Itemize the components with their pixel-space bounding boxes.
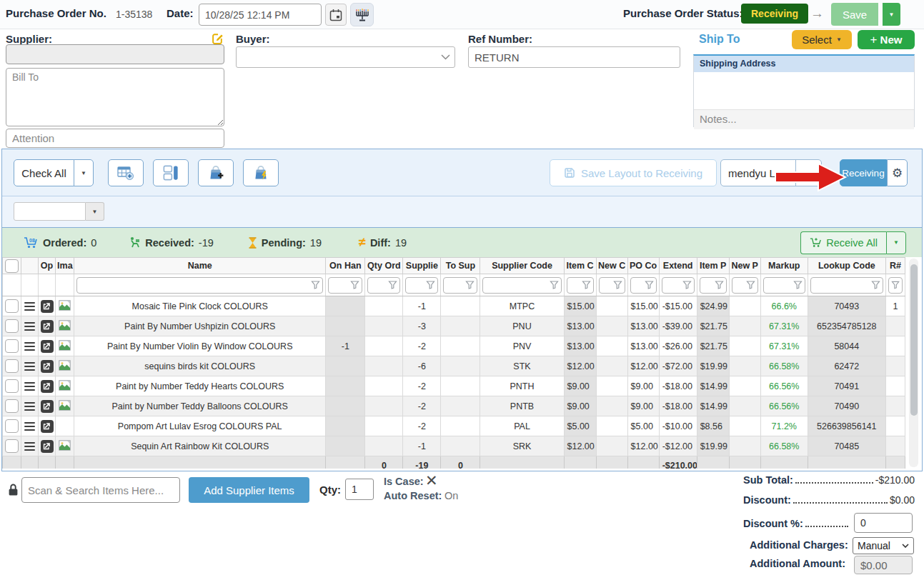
column-header[interactable]: Lookup Code <box>808 258 885 274</box>
add-bag-button[interactable] <box>198 159 234 186</box>
additional-charges-select[interactable]: Manual <box>853 537 914 554</box>
filter-input-extended[interactable] <box>662 277 695 294</box>
column-header[interactable]: Supplie <box>403 258 441 274</box>
filter-input-supplier_qty[interactable] <box>405 277 438 294</box>
filter-input-item_price[interactable] <box>700 277 727 294</box>
date-input[interactable] <box>199 4 322 26</box>
item-image-icon[interactable] <box>59 340 71 351</box>
item-image-icon[interactable] <box>59 300 71 311</box>
row-menu-icon[interactable] <box>24 362 35 371</box>
buyer-select[interactable] <box>236 46 455 68</box>
filter-input-new_price[interactable] <box>732 277 758 294</box>
layout-settings-button[interactable]: ⚙ <box>887 159 908 186</box>
column-header[interactable]: Extend <box>659 258 697 274</box>
scan-search-input[interactable] <box>21 477 180 503</box>
column-header[interactable]: Markup <box>760 258 808 274</box>
column-header[interactable] <box>21 258 39 274</box>
open-item-icon[interactable] <box>41 440 54 453</box>
filter-input-po_cost[interactable] <box>630 277 657 294</box>
save-button[interactable]: Save <box>831 3 878 26</box>
attention-input[interactable] <box>6 129 224 148</box>
check-all-caret[interactable]: ▼ <box>74 159 94 186</box>
row-checkbox[interactable] <box>5 299 19 313</box>
quick-bag-button[interactable] <box>243 159 279 186</box>
filter-input-qty_ordered[interactable] <box>367 277 400 294</box>
column-header[interactable]: Item P <box>697 258 729 274</box>
item-image-icon[interactable] <box>59 400 71 411</box>
row-checkbox[interactable] <box>5 439 19 453</box>
column-header[interactable]: Supplier Code <box>480 258 564 274</box>
row-menu-icon[interactable] <box>24 402 35 411</box>
column-header[interactable]: On Han <box>326 258 365 274</box>
filter-input-on_hand[interactable] <box>328 277 362 294</box>
row-checkbox[interactable] <box>5 359 19 373</box>
is-case-x-icon[interactable]: ✕ <box>425 473 438 488</box>
item-image-icon[interactable] <box>59 380 71 391</box>
open-item-icon[interactable] <box>41 360 54 373</box>
column-header[interactable]: Item C <box>564 258 596 274</box>
row-checkbox[interactable] <box>5 399 19 413</box>
column-header[interactable]: New P <box>729 258 760 274</box>
ship-to-notes-input[interactable]: Notes... <box>694 109 914 129</box>
ship-to-select-button[interactable]: Select ▼ <box>792 30 852 49</box>
open-item-icon[interactable] <box>41 380 54 393</box>
column-header[interactable]: New C <box>596 258 627 274</box>
grid-columns-button[interactable] <box>108 159 144 186</box>
check-all-button[interactable]: Check All <box>14 159 74 186</box>
group-combobox-caret[interactable]: ▼ <box>86 202 104 221</box>
grid-scrollbar[interactable] <box>909 259 918 467</box>
qty-input[interactable] <box>345 479 374 500</box>
row-checkbox[interactable] <box>5 419 19 433</box>
select-all-checkbox[interactable] <box>5 259 19 273</box>
supplier-input[interactable] <box>6 44 224 64</box>
item-image-icon[interactable] <box>59 440 71 451</box>
receive-all-caret[interactable]: ▼ <box>886 231 906 254</box>
row-checkbox[interactable] <box>5 339 19 353</box>
open-item-icon[interactable] <box>41 320 54 333</box>
column-header[interactable]: R# <box>885 258 905 274</box>
add-supplier-items-button[interactable]: Add Supplier Items <box>189 477 309 503</box>
filter-input-name[interactable] <box>76 277 323 294</box>
column-header[interactable]: PO Co <box>627 258 659 274</box>
row-checkbox[interactable] <box>5 319 19 333</box>
column-header[interactable]: Ima <box>56 258 74 274</box>
open-item-icon[interactable] <box>41 420 54 433</box>
column-header[interactable]: Op <box>39 258 56 274</box>
filter-input-item_cost[interactable] <box>567 277 594 294</box>
save-layout-button[interactable]: Save Layout to Receiving <box>550 159 717 186</box>
bill-to-textarea[interactable] <box>6 68 224 126</box>
open-item-icon[interactable] <box>41 400 54 413</box>
group-combobox[interactable] <box>14 202 86 221</box>
row-menu-icon[interactable] <box>24 322 35 331</box>
column-header[interactable]: To Sup <box>441 258 480 274</box>
filter-input-r[interactable] <box>888 277 903 294</box>
filter-input-markup[interactable] <box>763 277 805 294</box>
open-item-icon[interactable] <box>41 300 54 313</box>
row-checkbox[interactable] <box>5 379 19 393</box>
additional-amount-input[interactable] <box>854 556 913 574</box>
item-image-icon[interactable] <box>59 320 71 331</box>
ref-number-input[interactable] <box>468 46 680 68</box>
row-menu-icon[interactable] <box>24 422 35 431</box>
filter-input-lookup_code[interactable] <box>810 277 883 294</box>
grid-scrollbar-thumb[interactable] <box>910 264 918 416</box>
open-item-icon[interactable] <box>41 340 54 353</box>
column-header[interactable]: Name <box>74 258 326 274</box>
row-menu-icon[interactable] <box>24 382 35 391</box>
shipping-address-body[interactable] <box>694 72 914 109</box>
save-dropdown-caret[interactable]: ▼ <box>883 3 900 26</box>
receive-all-button[interactable]: Receive All <box>800 231 886 254</box>
calendar-button[interactable] <box>325 4 347 26</box>
item-image-icon[interactable] <box>59 360 71 371</box>
ship-to-new-button[interactable]: + New <box>858 30 915 49</box>
row-menu-icon[interactable] <box>24 442 35 451</box>
discount-pct-input[interactable] <box>854 513 913 533</box>
filter-input-supplier_code[interactable] <box>482 277 561 294</box>
filter-input-new_cost[interactable] <box>599 277 625 294</box>
row-menu-icon[interactable] <box>24 302 35 311</box>
column-header[interactable]: Qty Ord <box>365 258 403 274</box>
split-layout-button[interactable] <box>153 159 189 186</box>
row-menu-icon[interactable] <box>24 342 35 351</box>
menorah-button[interactable] <box>350 3 374 26</box>
filter-input-to_supply[interactable] <box>443 277 477 294</box>
